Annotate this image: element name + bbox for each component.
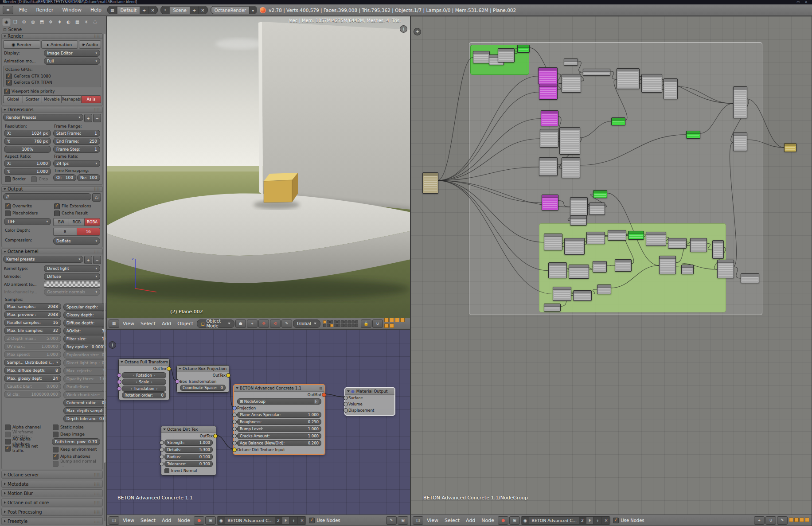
group-node-33[interactable]	[646, 232, 666, 246]
group-node-28[interactable]	[544, 234, 562, 250]
node-field[interactable]: Roughness:0.250	[237, 419, 321, 425]
render-audio-button[interactable]: 🕪 Audio	[79, 40, 101, 49]
viewport-add-menu[interactable]: Add	[159, 318, 174, 329]
layout-name[interactable]: Default	[117, 6, 140, 14]
group-node-24[interactable]	[570, 197, 588, 216]
fake-user-button[interactable]: F	[314, 399, 319, 404]
socket-strength-[interactable]	[160, 440, 164, 445]
layer-toggle-6[interactable]	[344, 320, 347, 323]
layer-toggle-17[interactable]	[348, 324, 351, 327]
group-node-editor[interactable]: + BETON Advanced Concrete 1.1/NodeGroup …	[410, 16, 812, 526]
group-editor-canvas[interactable]: + BETON Advanced Concrete 1.1/NodeGroup	[411, 16, 812, 515]
use-nodes-checkbox[interactable]: Use Nodes	[307, 518, 342, 523]
socket-rotation[interactable]	[117, 373, 121, 378]
socket-plane-areas-specular-[interactable]	[232, 413, 237, 417]
kernel-preset-add-button[interactable]: +	[84, 256, 92, 264]
properties-tab-9[interactable]: ✳	[82, 18, 90, 26]
node-select-menu[interactable]: Select	[138, 515, 158, 526]
group-node-0[interactable]	[422, 172, 438, 194]
section-header-metadata[interactable]: Metadata⣿⣿	[1, 480, 103, 488]
scene-selector[interactable]: ⚬ Scene + ✕	[160, 6, 208, 14]
node-field[interactable]: Strength:1.000	[164, 440, 213, 446]
group-node-11[interactable]	[583, 69, 610, 76]
render-button[interactable]: ◉ Render	[3, 40, 40, 49]
fake-user-toggle[interactable]: F	[282, 517, 289, 524]
rotate-manipulator-icon[interactable]: ⟲	[270, 319, 281, 328]
grease-pencil-icon[interactable]: ✎	[386, 516, 397, 525]
group-node-30[interactable]	[586, 232, 605, 244]
depth-8-button[interactable]: 8	[53, 228, 77, 236]
display-dropdown[interactable]: Image Editor	[44, 50, 100, 57]
group-node-22[interactable]	[539, 157, 558, 176]
overwrite-checkbox[interactable]: Overwrite	[4, 203, 51, 209]
layer-toggle-9[interactable]	[355, 320, 358, 323]
socket-volume[interactable]	[344, 402, 348, 406]
socket-outtex[interactable]	[226, 373, 230, 378]
node-octane-full-transform[interactable]: Octane Full Transform OutTex RotationSca…	[118, 358, 170, 400]
group-node-47[interactable]	[717, 260, 734, 278]
layer-toggle-3[interactable]	[334, 320, 337, 323]
kernel-field[interactable]: Max. preview :2048	[4, 311, 61, 318]
group-editor-properties-toggle[interactable]: +	[414, 28, 421, 35]
preset-add-button[interactable]: +	[84, 114, 92, 122]
kernel-field[interactable]: Max. samples:2048	[4, 303, 61, 310]
engine-name[interactable]: OctaneRender	[211, 6, 250, 14]
compression-dropdown[interactable]: Deflate	[53, 238, 100, 245]
layer-toggle-5[interactable]	[341, 320, 344, 323]
properties-tab-5[interactable]: ✥	[47, 18, 55, 26]
group-node-23[interactable]	[562, 157, 580, 178]
scene-name[interactable]: Scene	[169, 6, 190, 14]
section-header-render[interactable]: Render⣿⣿	[1, 33, 103, 39]
editor-type-icon[interactable]: ≡	[3, 6, 13, 14]
node-field[interactable]: Details:5.300	[164, 447, 213, 453]
group-select-menu[interactable]: Select	[442, 515, 462, 526]
kernel-presets-dropdown[interactable]: Kernel presets	[3, 256, 83, 263]
file-format-dropdown[interactable]: TIFF	[4, 218, 51, 225]
render-animation-button[interactable]: ▸ Animation	[41, 40, 78, 49]
node-field[interactable]: Bump Level:1.000	[237, 426, 321, 432]
socket-age-balance-new-old-[interactable]	[232, 441, 237, 445]
viewport-view-menu[interactable]: View	[120, 318, 137, 329]
group-node-5[interactable]	[538, 67, 558, 84]
properties-tab-6[interactable]: ♦	[55, 18, 64, 26]
group-node-25[interactable]	[589, 203, 605, 215]
socket-scale[interactable]	[117, 380, 121, 384]
socket-box-transformation[interactable]	[175, 379, 180, 384]
menu-help[interactable]: Help	[87, 4, 105, 16]
node-tree-type-icon[interactable]: ⊞	[205, 516, 216, 525]
editor-type-button-group[interactable]: ◫	[413, 516, 423, 525]
users-count[interactable]: 2	[579, 517, 586, 524]
menu-file[interactable]: File	[16, 4, 30, 16]
layer-toggle-16[interactable]	[344, 324, 347, 327]
render-presets-dropdown[interactable]: Render Presets	[3, 114, 83, 121]
section-header-dimensions[interactable]: Dimensions⣿⣿	[1, 107, 103, 113]
section-header-output[interactable]: Output⣿⣿	[1, 186, 103, 192]
viewport-hide-priority-checkbox[interactable]: Viewport hide priority	[3, 88, 101, 94]
group-view-menu[interactable]: View	[424, 515, 441, 526]
kernel-field[interactable]: Max. depth sampl:8	[63, 407, 106, 414]
screen-layout-selector[interactable]: ▦ Default + ✕	[107, 6, 158, 14]
group-node-menu[interactable]: Node	[479, 515, 497, 526]
group-node-8[interactable]	[542, 195, 558, 210]
placeholders-checkbox[interactable]: Placeholders	[4, 210, 51, 216]
gpu-checkbox[interactable]: GeForce GTX TITAN	[5, 79, 99, 86]
snap-magnet-icon[interactable]: ∪	[765, 516, 776, 525]
node-node-menu[interactable]: Node	[175, 515, 193, 526]
resolution-y-field[interactable]: Y:768 px	[4, 138, 51, 145]
layer-toggle-19[interactable]	[355, 324, 358, 327]
gpu-checkbox[interactable]: GeForce GTX 1080	[5, 73, 99, 79]
new-material-button[interactable]: +	[593, 517, 601, 524]
priority-segment-button[interactable]: Global	[3, 95, 23, 103]
layer-toggle-15[interactable]	[341, 324, 344, 327]
node-octane-box-projection[interactable]: Octane Box Projection OutTex Box Transfo…	[176, 365, 229, 393]
material-name[interactable]: BETON Advanced C...	[225, 517, 275, 524]
group-node-45[interactable]	[597, 284, 611, 294]
viewport-shading-icon[interactable]: ●	[235, 319, 246, 328]
layer-toggle-8[interactable]	[351, 320, 355, 323]
group-node-40[interactable]	[615, 259, 632, 272]
properties-tab-7[interactable]: ◐	[64, 18, 73, 26]
node-field[interactable]: Tolerance:0.300	[164, 461, 213, 467]
group-node-32[interactable]	[628, 231, 644, 240]
render-shortcut-buttons[interactable]	[789, 518, 810, 523]
kernel-field[interactable]: Depth toleranc:0.050	[63, 415, 106, 422]
